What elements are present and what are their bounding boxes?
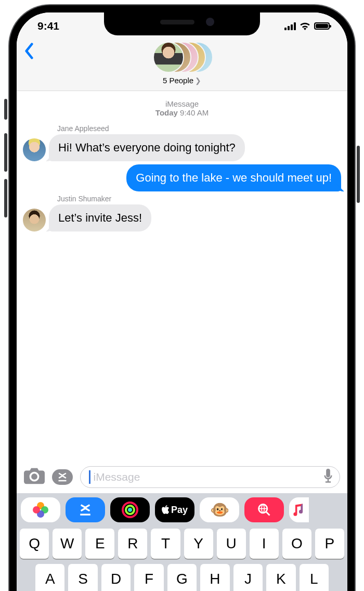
avatar[interactable] xyxy=(23,138,46,161)
message-row-outgoing: Going to the lake - we should meet up! xyxy=(23,164,341,191)
key-d[interactable]: D xyxy=(101,564,131,591)
back-button[interactable] xyxy=(24,43,34,61)
key-s[interactable]: S xyxy=(68,564,97,591)
key-g[interactable]: G xyxy=(167,564,197,591)
imessage-apps-strip[interactable]: Pay 🐵 xyxy=(17,493,347,525)
activity-app-icon[interactable] xyxy=(110,497,150,522)
timestamp-header: iMessage Today 9:40 AM xyxy=(23,99,341,117)
chat-header: 5 People ❯ xyxy=(17,40,347,91)
wifi-icon xyxy=(300,22,310,30)
volume-up-button xyxy=(4,133,7,172)
group-info-button[interactable]: 5 People ❯ xyxy=(163,76,201,85)
music-app-icon[interactable] xyxy=(289,497,309,522)
photos-app-icon[interactable] xyxy=(21,497,60,522)
text-cursor xyxy=(89,470,90,484)
dictation-button[interactable] xyxy=(323,469,333,485)
group-avatars[interactable] xyxy=(146,42,218,73)
power-button xyxy=(357,146,360,203)
ringer-switch xyxy=(4,99,7,120)
sender-name: Justin Shumaker xyxy=(57,195,341,203)
message-bubble[interactable]: Going to the lake - we should meet up! xyxy=(126,164,341,191)
key-j[interactable]: J xyxy=(233,564,263,591)
key-r[interactable]: R xyxy=(118,529,147,559)
sender-name: Jane Appleseed xyxy=(57,124,341,133)
timestamp-day: Today xyxy=(155,108,178,117)
app-drawer-button[interactable] xyxy=(52,469,73,485)
avatar xyxy=(153,42,184,73)
camera-button[interactable] xyxy=(24,468,45,486)
apple-pay-label: Pay xyxy=(171,505,188,516)
avatar[interactable] xyxy=(23,209,46,232)
key-f[interactable]: F xyxy=(134,564,163,591)
group-count-label: 5 People xyxy=(163,76,193,85)
message-row-incoming: Hi! What’s everyone doing tonight? xyxy=(23,134,341,161)
screen: 9:41 5 xyxy=(17,12,347,591)
key-w[interactable]: W xyxy=(53,529,82,559)
key-t[interactable]: T xyxy=(151,529,180,559)
cellular-signal-icon xyxy=(284,22,296,30)
battery-icon xyxy=(314,22,330,30)
input-placeholder: iMessage xyxy=(94,471,140,483)
key-i[interactable]: I xyxy=(250,529,279,559)
message-bubble[interactable]: Let’s invite Jess! xyxy=(49,204,151,232)
keyboard: QWERTYUIOP ASDFGHJKL ZXCVBNM 123 space r… xyxy=(17,525,347,591)
timestamp-time: 9:40 AM xyxy=(180,108,209,117)
key-o[interactable]: O xyxy=(282,529,311,559)
volume-down-button xyxy=(4,179,7,217)
compose-bar: iMessage xyxy=(17,462,347,493)
key-k[interactable]: K xyxy=(266,564,295,591)
key-p[interactable]: P xyxy=(315,529,344,559)
key-y[interactable]: Y xyxy=(184,529,213,559)
animoji-app-icon[interactable]: 🐵 xyxy=(200,497,239,522)
key-a[interactable]: A xyxy=(35,564,64,591)
key-e[interactable]: E xyxy=(85,529,114,559)
message-bubble[interactable]: Hi! What’s everyone doing tonight? xyxy=(49,134,245,161)
key-q[interactable]: Q xyxy=(20,529,49,559)
phone-frame: 9:41 5 xyxy=(9,5,355,591)
search-globe-app-icon[interactable] xyxy=(244,497,284,522)
app-store-icon[interactable] xyxy=(66,497,105,522)
message-row-incoming: Let’s invite Jess! xyxy=(23,204,341,232)
apple-pay-icon[interactable]: Pay xyxy=(155,497,194,522)
key-u[interactable]: U xyxy=(217,529,246,559)
key-h[interactable]: H xyxy=(200,564,229,591)
message-input[interactable]: iMessage xyxy=(80,466,340,488)
chevron-right-icon: ❯ xyxy=(195,76,201,85)
notch xyxy=(104,12,260,35)
status-time: 9:41 xyxy=(37,20,59,32)
message-type-label: iMessage xyxy=(23,99,341,108)
conversation-view[interactable]: iMessage Today 9:40 AM Jane Appleseed Hi… xyxy=(17,91,347,462)
key-l[interactable]: L xyxy=(300,564,329,591)
